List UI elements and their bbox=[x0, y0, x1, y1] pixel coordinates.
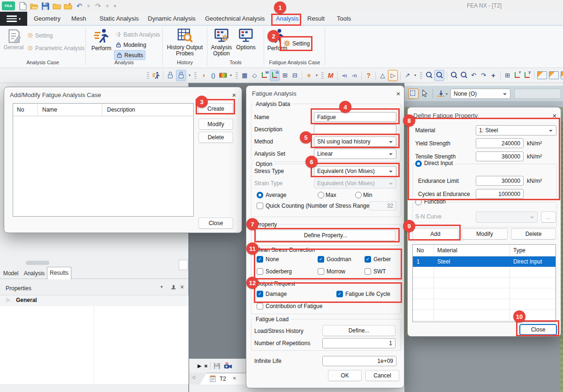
close-dialog-icon[interactable]: × bbox=[394, 89, 403, 98]
lock-dropdown-icon[interactable]: ▾ bbox=[187, 70, 192, 81]
close-panel-icon[interactable]: × bbox=[180, 283, 184, 291]
document-tab-t2[interactable]: T2 × bbox=[199, 373, 247, 385]
method-combo[interactable]: SN using load history bbox=[314, 136, 396, 147]
pan-icon[interactable]: + bbox=[489, 70, 498, 81]
close-button[interactable]: Close bbox=[198, 218, 233, 229]
modeling-lock-icon[interactable] bbox=[166, 70, 175, 81]
tab-mesh[interactable]: Mesh bbox=[71, 12, 86, 26]
wcs-axis-icon[interactable] bbox=[260, 70, 269, 81]
pin-icon[interactable] bbox=[171, 285, 175, 290]
add-button[interactable]: Add bbox=[412, 228, 458, 240]
element-number-icon[interactable]: ▫n bbox=[350, 70, 359, 81]
shade-view-icon[interactable]: ◑ bbox=[199, 70, 208, 81]
options-icon[interactable] bbox=[238, 28, 253, 43]
gcs-axis-icon[interactable] bbox=[270, 70, 280, 81]
general-button[interactable]: General bbox=[1, 45, 26, 51]
mirror-view-icon[interactable]: () bbox=[209, 70, 218, 81]
zoom-out-icon[interactable] bbox=[449, 70, 458, 81]
select-window-icon[interactable] bbox=[408, 89, 418, 99]
batch-analysis-button[interactable]: Batch Analysis bbox=[115, 30, 160, 39]
morrow-checkbox[interactable] bbox=[318, 268, 324, 275]
name-input[interactable]: Fatigue bbox=[314, 112, 396, 122]
table-row-selected[interactable]: 1 Steel Direct Input bbox=[413, 256, 555, 267]
zoom-icon[interactable] bbox=[425, 70, 434, 81]
description-input[interactable] bbox=[314, 124, 396, 134]
material-combo[interactable]: 1: Steel bbox=[476, 125, 556, 136]
delete-button[interactable]: Delete bbox=[198, 132, 233, 143]
goodman-checkbox[interactable] bbox=[318, 256, 324, 263]
fatigue-life-cycle-checkbox[interactable] bbox=[336, 291, 343, 297]
redo-history-icon[interactable]: ≡ bbox=[104, 1, 111, 11]
gerber-checkbox[interactable] bbox=[365, 256, 371, 263]
function-radio[interactable] bbox=[415, 199, 422, 205]
close-dialog-icon[interactable]: × bbox=[550, 111, 559, 120]
chevron-down-icon[interactable]: ▾ bbox=[446, 92, 448, 96]
quick-counting-value[interactable]: 32 bbox=[369, 201, 396, 211]
chevron-down-icon[interactable]: ▾ bbox=[160, 284, 163, 289]
swt-checkbox[interactable] bbox=[365, 268, 371, 275]
redo-icon[interactable]: ↷ bbox=[93, 1, 103, 11]
results-lock-button[interactable]: Results bbox=[114, 50, 145, 60]
selection-name-field[interactable] bbox=[514, 89, 561, 99]
property-table[interactable]: No Material Type 1 Steel Direct Input bbox=[412, 244, 556, 322]
modify-button[interactable]: Modify bbox=[198, 119, 233, 130]
view-top-icon[interactable] bbox=[549, 71, 559, 79]
feature-face-icon[interactable]: ▷ bbox=[388, 70, 398, 81]
case-table[interactable]: No Name Description bbox=[13, 103, 194, 217]
strain-type-combo[interactable]: Equivalent (Von Mises) bbox=[314, 178, 396, 188]
snap-icon[interactable]: ∗ bbox=[304, 70, 313, 81]
ok-button[interactable]: OK bbox=[328, 370, 362, 381]
analysis-option-button[interactable]: Analysis Option bbox=[209, 45, 234, 57]
panel-tab-model[interactable]: Model bbox=[1, 268, 21, 279]
properties-general-row[interactable]: ▷ General bbox=[0, 295, 189, 307]
grid-icon[interactable]: ▦ bbox=[240, 70, 249, 81]
expand-arrow-icon[interactable]: ▷ bbox=[7, 297, 10, 302]
close-dialog-icon[interactable]: × bbox=[229, 90, 239, 99]
view-style-dropdown-icon[interactable]: ▾ bbox=[228, 70, 233, 81]
create-button[interactable]: Create bbox=[198, 103, 233, 114]
parametric-analysis-button[interactable]: Parametric Analysis bbox=[27, 44, 84, 53]
define-load-button[interactable]: Define... bbox=[322, 325, 396, 336]
stress-type-combo[interactable]: Equivalent (Von Mises) bbox=[314, 166, 396, 176]
horizontal-scrollbar-thumb[interactable] bbox=[26, 261, 49, 265]
zoom-window-icon[interactable] bbox=[434, 70, 444, 81]
selection-mode-combo[interactable]: None (O) bbox=[450, 89, 510, 99]
quick-counting-checkbox[interactable] bbox=[257, 203, 263, 209]
modeling-lock-button[interactable]: Modeling bbox=[115, 40, 146, 49]
mesh-edit-icon[interactable]: ⊟ bbox=[290, 70, 299, 81]
undo-history-icon[interactable]: ≡ bbox=[85, 1, 92, 11]
pick-cursor-icon[interactable] bbox=[421, 90, 429, 97]
tab-tools[interactable]: Tools bbox=[337, 12, 351, 26]
zoom-fit-icon[interactable] bbox=[459, 70, 468, 81]
panel-tab-results[interactable]: Results bbox=[47, 267, 71, 279]
rotate-right-icon[interactable]: ↷ bbox=[479, 70, 488, 81]
undo-icon[interactable]: ↶ bbox=[74, 1, 84, 11]
tensile-strength-input[interactable]: 360000 bbox=[476, 151, 524, 161]
mesh-icon[interactable]: ⊞ bbox=[281, 70, 289, 81]
axis-y-icon[interactable] bbox=[523, 70, 532, 81]
perform-analysis-icon[interactable] bbox=[93, 28, 111, 45]
axis-z-icon[interactable] bbox=[513, 70, 522, 81]
analysis-set-combo[interactable]: Linear bbox=[314, 149, 396, 159]
save-animation-icon[interactable] bbox=[213, 362, 221, 369]
play-icon[interactable]: ▶ bbox=[198, 363, 201, 369]
stop-icon[interactable]: ■ bbox=[204, 363, 207, 369]
cycles-at-endurance-input[interactable]: 1000000 bbox=[476, 189, 524, 199]
define-property-button[interactable]: Define Property... bbox=[256, 230, 396, 241]
snap-dropdown-icon[interactable]: ▾ bbox=[314, 70, 319, 81]
scroll-corner-button[interactable] bbox=[179, 260, 188, 270]
panel-tab-analysis[interactable]: Analysis bbox=[22, 268, 47, 279]
tab-dynamic-analysis[interactable]: Dynamic Analysis bbox=[148, 12, 196, 26]
main-menu-button[interactable]: ▾ bbox=[0, 12, 27, 26]
results-lock-icon[interactable] bbox=[176, 70, 186, 81]
tab-static-analysis[interactable]: Static Analysis bbox=[99, 12, 139, 26]
measure-icon[interactable]: ↗ bbox=[403, 70, 412, 81]
sn-curve-browse-button[interactable]: ... bbox=[541, 211, 556, 223]
scroll-tabs-left-icon[interactable]: ◁ bbox=[191, 375, 195, 380]
direct-input-radio[interactable] bbox=[415, 160, 422, 167]
open-icon[interactable] bbox=[29, 1, 39, 11]
min-radio[interactable] bbox=[355, 192, 362, 198]
sn-curve-combo[interactable] bbox=[476, 211, 538, 223]
tab-result[interactable]: Result bbox=[307, 12, 325, 26]
close-tab-icon[interactable]: × bbox=[233, 375, 236, 382]
